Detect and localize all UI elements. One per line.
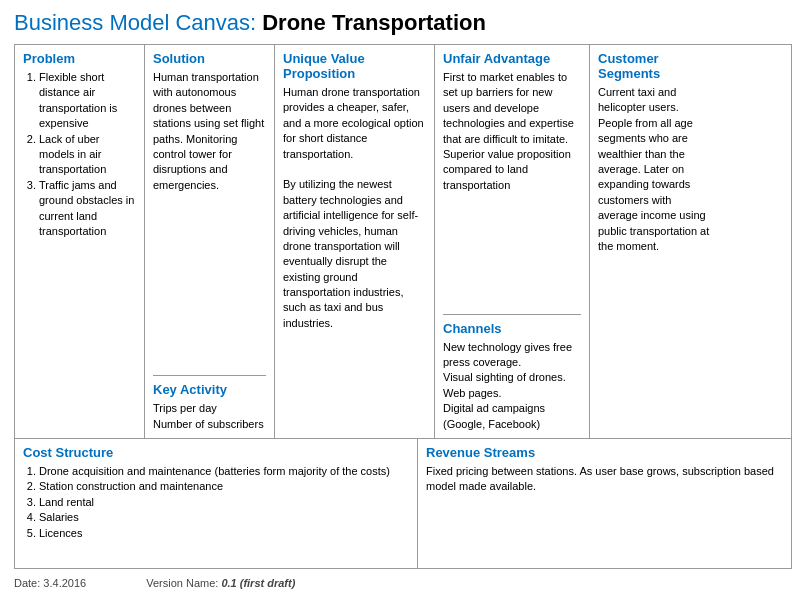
col-customer: Customer Segments Current taxi and helic… xyxy=(590,45,721,438)
canvas-lower: Cost Structure Drone acquisition and mai… xyxy=(14,439,792,569)
channels-body: New technology gives free press coverage… xyxy=(443,340,581,432)
problem-title: Problem xyxy=(23,51,136,66)
page-title: Business Model Canvas: Drone Transportat… xyxy=(14,10,792,36)
problem-list-item: Traffic jams and ground obstacles in cur… xyxy=(39,178,136,240)
key-activity-body: Trips per dayNumber of subscribers xyxy=(153,401,266,432)
col-uvp: Unique Value Proposition Human drone tra… xyxy=(275,45,435,438)
title-prefix: Business Model Canvas: xyxy=(14,10,262,35)
col-revenue: Revenue Streams Fixed pricing between st… xyxy=(418,439,791,568)
channels-item: New technology gives free press coverage… xyxy=(443,340,581,371)
unfair-title: Unfair Advantage xyxy=(443,51,581,66)
date-value: 3.4.2016 xyxy=(43,577,86,589)
cost-title: Cost Structure xyxy=(23,445,409,460)
customer-body: Current taxi and helicopter users. Peopl… xyxy=(598,85,713,254)
channels-item: Web pages. xyxy=(443,386,581,401)
cost-list-item: Drone acquisition and maintenance (batte… xyxy=(39,464,409,479)
canvas-upper: Problem Flexible short distance air tran… xyxy=(14,44,792,439)
problem-list-item: Lack of uber models in air transportatio… xyxy=(39,132,136,178)
unfair-top: Unfair Advantage First to market enables… xyxy=(443,51,581,310)
problem-body: Flexible short distance air transportati… xyxy=(23,70,136,239)
footer: Date: 3.4.2016 Version Name: 0.1 (first … xyxy=(14,577,792,589)
key-activity-item: Trips per day xyxy=(153,401,266,416)
solution-title: Solution xyxy=(153,51,266,66)
footer-date: Date: 3.4.2016 xyxy=(14,577,86,589)
uvp-title: Unique Value Proposition xyxy=(283,51,426,81)
col-unfair: Unfair Advantage First to market enables… xyxy=(435,45,590,438)
channels-section: Channels New technology gives free press… xyxy=(443,314,581,432)
cost-list-item: Station construction and maintenance xyxy=(39,479,409,494)
version-label: Version Name: xyxy=(146,577,221,589)
cost-list-item: Salaries xyxy=(39,510,409,525)
solution-top: Solution Human transportation with auton… xyxy=(153,51,266,371)
cost-list-item: Land rental xyxy=(39,495,409,510)
footer-version: Version Name: 0.1 (first draft) xyxy=(146,577,295,589)
key-activity-title: Key Activity xyxy=(153,382,266,397)
header: Business Model Canvas: Drone Transportat… xyxy=(14,10,792,36)
solution-bottom: Key Activity Trips per dayNumber of subs… xyxy=(153,375,266,432)
revenue-title: Revenue Streams xyxy=(426,445,783,460)
cost-body: Drone acquisition and maintenance (batte… xyxy=(23,464,409,541)
problem-list-item: Flexible short distance air transportati… xyxy=(39,70,136,132)
revenue-body: Fixed pricing between stations. As user … xyxy=(426,464,783,495)
uvp-body1: Human drone transportation provides a ch… xyxy=(283,85,426,331)
col-cost: Cost Structure Drone acquisition and mai… xyxy=(15,439,418,568)
version-value: 0.1 (first draft) xyxy=(221,577,295,589)
col-solution: Solution Human transportation with auton… xyxy=(145,45,275,438)
date-label: Date: xyxy=(14,577,43,589)
channels-title: Channels xyxy=(443,321,581,336)
col-problem: Problem Flexible short distance air tran… xyxy=(15,45,145,438)
channels-item: Visual sighting of drones. xyxy=(443,370,581,385)
page: Business Model Canvas: Drone Transportat… xyxy=(0,0,806,597)
title-main: Drone Transportation xyxy=(262,10,486,35)
solution-body: Human transportation with autonomous dro… xyxy=(153,70,266,193)
customer-title: Customer Segments xyxy=(598,51,713,81)
unfair-body: First to market enables to set up barrie… xyxy=(443,70,581,193)
key-activity-item: Number of subscribers xyxy=(153,417,266,432)
cost-list-item: Licences xyxy=(39,526,409,541)
channels-item: Digital ad campaigns (Google, Facebook) xyxy=(443,401,581,432)
